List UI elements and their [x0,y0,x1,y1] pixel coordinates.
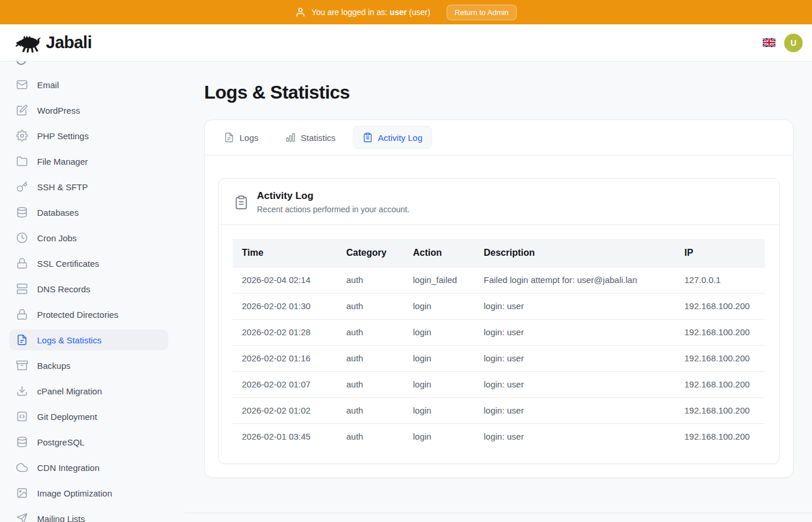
activity-log-card: Activity Log Recent actions performed in… [218,178,780,464]
column-header-time: Time [233,239,337,267]
sidebar-item-label: PHP Settings [37,131,89,141]
language-flag-icon[interactable] [763,38,775,47]
page-title: Logs & Statistics [204,81,793,103]
tab-label: Statistics [301,133,336,143]
brand-name: Jabali [46,33,92,52]
table-cell: login [404,397,474,423]
tab-statistics[interactable]: Statistics [276,126,346,149]
sidebar-item-email[interactable]: Email [9,74,168,95]
table-cell: login [404,319,474,345]
sidebar-item-label: Git Deployment [37,412,97,422]
table-cell: login [404,345,474,371]
key-icon [16,181,28,193]
return-to-admin-button[interactable]: Return to Admin [447,5,517,20]
sidebar-item-file-manager[interactable]: File Manager [9,151,168,172]
tab-activity-log[interactable]: Activity Log [353,126,433,149]
table-cell: auth [337,397,404,423]
clipped-sidebar-icon [16,61,28,69]
table-cell: 2026-02-02 01:30 [233,293,337,319]
sidebar-item-wordpress[interactable]: WordPress [9,100,168,121]
sidebar-item-label: WordPress [37,106,80,115]
sidebar-item-php-settings[interactable]: PHP Settings [9,125,168,146]
table-cell: 127.0.0.1 [675,267,765,293]
sidebar-item-postgresql[interactable]: PostgreSQL [9,432,168,452]
sidebar-item-mailing-lists[interactable]: Mailing Lists [9,508,168,522]
sidebar-item-cdn-integration[interactable]: CDN Integration [9,457,168,478]
sidebar-item-label: Email [37,80,59,90]
table-row: 2026-02-02 01:28authloginlogin: user192.… [233,319,765,345]
lock-icon [16,309,28,320]
server-icon [16,283,28,295]
sidebar-item-dns-records[interactable]: DNS Records [9,278,168,299]
user-icon [295,7,306,17]
sidebar-item-git-deployment[interactable]: Git Deployment [9,406,168,427]
download-icon [16,385,28,397]
table-row: 2026-02-02 01:16authloginlogin: user192.… [233,345,765,371]
edit-icon [16,104,28,116]
clipboard-icon [234,195,249,210]
footer-divider [184,513,812,513]
activity-log-table: TimeCategoryActionDescriptionIP 2026-02-… [233,239,765,449]
admin-notice-bar: You are logged in as: user (user) Return… [0,0,812,24]
file-text-icon [224,132,234,143]
table-cell: 2026-02-02 01:16 [233,345,337,371]
logs-panel: LogsStatisticsActivity Log Activity Log … [204,119,793,478]
lock-icon [16,258,28,269]
table-cell: login: user [474,397,675,423]
sidebar-item-label: PostgreSQL [37,437,85,447]
user-avatar[interactable]: U [784,34,803,52]
app-header: Jabali U [0,24,812,61]
sidebar-item-ssh-sftp[interactable]: SSH & SFTP [9,176,168,197]
table-cell: login [404,423,474,449]
table-row: 2026-02-04 02:14authlogin_failedFailed l… [233,267,765,293]
sidebar-item-backups[interactable]: Backups [9,355,168,376]
table-cell: 2026-02-02 01:07 [233,371,337,397]
sidebar-item-label: Logs & Statistics [37,335,102,345]
archive-icon [16,360,28,371]
sidebar-item-image-optimization[interactable]: Image Optimization [9,483,168,503]
sidebar-item-label: File Manager [37,157,88,166]
sidebar-item-logs-statistics[interactable]: Logs & Statistics [9,329,168,350]
sidebar-item-cron-jobs[interactable]: Cron Jobs [9,227,168,248]
table-cell: 192.168.100.200 [675,345,765,371]
tab-logs[interactable]: Logs [214,126,269,149]
sidebar-item-protected-directories[interactable]: Protected Directories [9,304,168,325]
sidebar-item-label: cPanel Migration [37,386,102,396]
table-cell: login: user [474,371,675,397]
sidebar-item-databases[interactable]: Databases [9,202,168,223]
sidebar-item-label: Backups [37,361,71,371]
mail-icon [16,79,28,90]
table-cell: login_failed [404,267,474,293]
sidebar-item-label: Cron Jobs [37,233,77,243]
clipboard-icon [362,132,373,143]
table-cell: auth [337,293,404,319]
table-cell: login [404,371,474,397]
database-icon [16,436,28,448]
table-cell: login [404,293,474,319]
sidebar-item-label: Mailing Lists [37,514,85,522]
table-cell: auth [337,267,404,293]
table-cell: login: user [474,345,675,371]
table-cell: 192.168.100.200 [675,423,765,449]
image-icon [16,487,28,499]
sidebar-item-cpanel-migration[interactable]: cPanel Migration [9,380,168,401]
sidebar-item-ssl-certificates[interactable]: SSL Certificates [9,253,168,274]
sidebar-item-label: SSH & SFTP [37,182,88,192]
column-header-action: Action [404,239,474,267]
brand[interactable]: Jabali [15,32,92,53]
sidebar-item-label: Protected Directories [37,310,118,320]
cloud-icon [16,462,28,473]
table-cell: login: user [474,319,675,345]
table-cell: auth [337,345,404,371]
bar-chart-icon [285,132,296,143]
table-cell: login: user [474,423,675,449]
tab-label: Activity Log [378,133,423,143]
folder-icon [16,155,28,167]
table-cell: 2026-02-04 02:14 [233,267,337,293]
table-cell: 192.168.100.200 [675,293,765,319]
tab-label: Logs [240,133,259,143]
table-cell: login: user [474,293,675,319]
table-cell: 192.168.100.200 [675,397,765,423]
card-title: Activity Log [257,190,409,202]
sidebar: EmailWordPressPHP SettingsFile ManagerSS… [0,61,184,522]
